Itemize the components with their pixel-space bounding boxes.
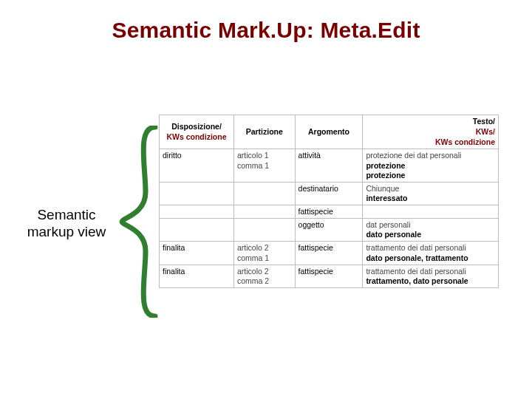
col4-sub2: KWs condizione [366,137,495,147]
partizione-line: articolo 2 [237,243,292,253]
cell-argomento: oggetto [295,219,363,242]
table-header-row: Disposizione/ KWs condizione Partizione … [160,115,499,149]
cell-disposizione: finalita [160,242,234,265]
cell-disposizione [160,182,234,205]
cell-testo: dat personali dato personale [363,219,499,242]
cell-testo: protezione dei dat personali protezione … [363,149,499,182]
cell-argomento: destinatario [295,182,363,205]
testo-raw: trattamento dei dati personali [366,243,495,253]
testo-kw: dato personale, trattamento [366,253,495,263]
partizione-line: comma 1 [237,161,292,171]
semantic-markup-table: Disposizione/ KWs condizione Partizione … [159,115,499,288]
cell-partizione [233,219,295,242]
col-partizione: Partizione [233,115,295,149]
slide-title: Semantic Mark.Up: Meta.Edit [0,18,532,43]
partizione-line: articolo 2 [237,267,292,276]
cell-argomento: fattispecie [295,265,363,287]
partizione-line: articolo 1 [237,151,292,160]
cell-testo: trattamento dei dati personali trattamen… [363,265,499,287]
cell-disposizione [160,205,234,219]
cell-testo [363,205,499,219]
col4-main: Testo/ [473,117,495,126]
cell-argomento: attività [295,149,363,182]
testo-raw: Chiunque [366,184,495,194]
testo-raw: dat personali [366,220,495,230]
table-row: oggetto dat personali dato personale [160,219,499,242]
col-argomento: Argomento [295,115,363,149]
cell-disposizione: finalita [160,265,234,287]
partizione-line: comma 1 [237,253,292,263]
col-disposizione: Disposizione/ KWs condizione [160,115,234,149]
table-row: finalita articolo 2 comma 1 fattispecie … [160,242,499,265]
cell-partizione: articolo 1 comma 1 [233,149,295,182]
table-row: fattispecie [160,205,499,219]
cell-partizione [233,205,295,219]
partizione-line: comma 2 [237,276,292,286]
cell-disposizione [160,219,234,242]
testo-raw: protezione dei dat personali [366,151,495,160]
col1-main: Disposizione/ [171,122,222,131]
col1-sub: KWs condizione [163,132,231,142]
caption-line-1: Semantic [37,207,95,222]
testo-kw: interessato [366,194,495,203]
table-row: diritto articolo 1 comma 1 attività prot… [160,149,499,182]
cell-argomento: fattispecie [295,242,363,265]
testo-kw: protezione [366,161,495,171]
slide-caption: Semantic markup view [22,207,111,241]
cell-partizione: articolo 2 comma 2 [233,265,295,287]
table-row: destinatario Chiunque interessato [160,182,499,205]
cell-testo: trattamento dei dati personali dato pers… [363,242,499,265]
testo-kw: trattamento, dato personale [366,276,495,286]
col4-sub1: KWs/ [366,127,495,137]
cell-argomento: fattispecie [295,205,363,219]
testo-kw: dato personale [366,230,495,239]
caption-line-2: markup view [27,224,106,239]
testo-kw: protezione [366,171,495,180]
cell-partizione [233,182,295,205]
col-testo: Testo/ KWs/ KWs condizione [363,115,499,149]
testo-raw: trattamento dei dati personali [366,267,495,276]
cell-testo: Chiunque interessato [363,182,499,205]
cell-disposizione: diritto [160,149,234,182]
cell-partizione: articolo 2 comma 1 [233,242,295,265]
table-row: finalita articolo 2 comma 2 fattispecie … [160,265,499,287]
